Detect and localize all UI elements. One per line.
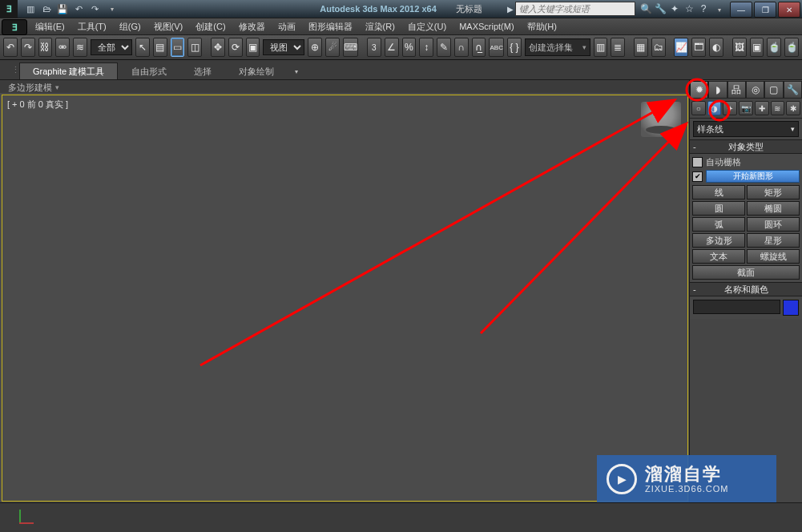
manipulate-button[interactable]: ☄ [325, 38, 340, 57]
viewport[interactable]: [ + 0 前 0 真实 ] [2, 95, 688, 502]
schematic-view-button[interactable]: 🗔 [691, 38, 706, 57]
edit-named-sel-button[interactable]: ✎ [437, 38, 451, 57]
mirror-button[interactable]: ▥ [594, 38, 608, 57]
start-new-shape-button[interactable]: 开始新图形 [706, 170, 800, 183]
named-sel-create-button[interactable]: { } [507, 38, 522, 57]
spinner-snap-button[interactable]: ↕ [419, 38, 433, 57]
modify-panel-tab[interactable]: ◗ [708, 81, 727, 98]
search-play-icon[interactable]: ▶ [507, 5, 514, 14]
ribbon-tab-selection[interactable]: 选择 [180, 62, 225, 79]
create-panel-tab[interactable]: ✹ [690, 81, 708, 98]
layers-button[interactable]: ▦ [634, 38, 648, 57]
qat-undo-icon[interactable]: ↶ [72, 2, 85, 15]
menu-animation[interactable]: 动画 [272, 18, 302, 34]
favorite-icon[interactable]: ☆ [683, 3, 695, 14]
help-icon[interactable]: ? [698, 3, 709, 14]
undo-button[interactable]: ↶ [3, 38, 18, 57]
qat-redo-icon[interactable]: ↷ [88, 2, 101, 15]
geometry-subtab[interactable]: ○ [691, 101, 706, 115]
object-name-input[interactable] [693, 300, 780, 314]
obj-star[interactable]: 星形 [747, 233, 800, 248]
obj-helix[interactable]: 螺旋线 [747, 249, 800, 264]
cameras-subtab[interactable]: 📷 [739, 101, 753, 115]
menu-modifiers[interactable]: 修改器 [232, 18, 272, 34]
use-pivot-center-button[interactable]: ⊕ [308, 38, 322, 57]
viewcube[interactable] [641, 102, 681, 137]
hierarchy-panel-tab[interactable]: 品 [727, 81, 746, 98]
application-menu-button[interactable]: Ǝ [2, 19, 27, 35]
search-input[interactable] [515, 2, 635, 16]
obj-ellipse[interactable]: 椭圆 [747, 201, 800, 216]
select-by-name-button[interactable]: ▤ [153, 38, 167, 57]
minimize-button[interactable]: — [730, 2, 752, 18]
qat-save-icon[interactable]: 💾 [56, 2, 69, 15]
menu-customize[interactable]: 自定义(U) [401, 18, 453, 34]
obj-line[interactable]: 线 [692, 185, 745, 200]
window-crossing-button[interactable]: ◫ [187, 38, 202, 57]
snap-toggle-button[interactable]: 3 [367, 38, 381, 57]
magnet-snap-button[interactable]: ∩ [454, 38, 469, 57]
render-iterative-button[interactable]: 🍵 [784, 38, 799, 57]
shapes-category-dropdown[interactable]: 样条线▾ [693, 121, 799, 137]
ref-coord-system-dropdown[interactable]: 视图 [263, 39, 304, 55]
layer-manager-button[interactable]: 🗂 [651, 38, 666, 57]
systems-subtab[interactable]: ✱ [786, 101, 800, 115]
helpers-subtab[interactable]: ✚ [755, 101, 769, 115]
bind-space-warp-button[interactable]: ≋ [73, 38, 87, 57]
qat-more-icon[interactable] [104, 2, 117, 15]
obj-section[interactable]: 截面 [692, 265, 800, 280]
scale-button[interactable]: ▣ [246, 38, 260, 57]
select-region-rect-button[interactable]: ▭ [171, 38, 185, 57]
ribbon-overflow-icon[interactable] [288, 62, 302, 79]
key-icon[interactable]: 🔧 [655, 3, 666, 14]
selection-filter-dropdown[interactable]: 全部 [91, 39, 132, 55]
obj-donut[interactable]: 圆环 [747, 217, 800, 232]
angle-snap-button[interactable]: ∠ [385, 38, 399, 57]
material-editor-button[interactable]: ◐ [709, 38, 723, 57]
binoculars-icon[interactable]: 🔍 [640, 3, 651, 14]
autogrid-checkbox[interactable] [692, 157, 703, 167]
align-button[interactable]: ≣ [611, 38, 625, 57]
menu-group[interactable]: 组(G) [113, 18, 147, 34]
abc-button[interactable]: ABC [489, 38, 503, 57]
spacewarps-subtab[interactable]: ≋ [771, 101, 785, 115]
render-production-button[interactable]: 🍵 [767, 38, 781, 57]
qat-open-icon[interactable]: 🗁 [40, 2, 53, 15]
menu-edit[interactable]: 编辑(E) [29, 18, 71, 34]
motion-panel-tab[interactable]: ◎ [746, 81, 764, 98]
menu-help[interactable]: 帮助(H) [521, 18, 563, 34]
redo-button[interactable]: ↷ [21, 38, 35, 57]
object-color-swatch[interactable] [783, 300, 799, 316]
display-panel-tab[interactable]: ▢ [764, 81, 783, 98]
shapes-subtab[interactable]: ◑ [707, 101, 722, 115]
app-icon[interactable]: Ǝ [0, 0, 18, 18]
ribbon-panel-label[interactable]: 多边形建模 [8, 82, 52, 94]
utilities-panel-tab[interactable]: 🔧 [784, 81, 802, 98]
obj-arc[interactable]: 弧 [692, 217, 745, 232]
move-button[interactable]: ✥ [211, 38, 225, 57]
help-dropdown-icon[interactable] [712, 3, 723, 14]
ribbon-tab-object-paint[interactable]: 对象绘制 [225, 62, 288, 79]
menu-maxscript[interactable]: MAXScript(M) [453, 18, 520, 34]
curve-editor-button[interactable]: 📈 [674, 38, 688, 57]
menu-graph-editors[interactable]: 图形编辑器 [302, 18, 359, 34]
menu-tools[interactable]: 工具(T) [71, 18, 113, 34]
close-button[interactable]: ✕ [778, 2, 800, 18]
named-selection-set-dropdown[interactable]: 创建选择集▾ [525, 38, 590, 56]
menu-rendering[interactable]: 渲染(R) [359, 18, 401, 34]
ribbon-tab-graphite[interactable]: Graphite 建模工具 [19, 62, 118, 79]
menu-views[interactable]: 视图(V) [147, 18, 190, 34]
magnet-snap-button-2[interactable]: ∩̲ [472, 38, 486, 57]
viewport-label[interactable]: [ + 0 前 0 真实 ] [7, 99, 68, 111]
obj-ngon[interactable]: 多边形 [692, 233, 745, 248]
start-new-shape-checkbox[interactable]: ✔ [692, 171, 703, 182]
keyboard-shortcut-toggle[interactable]: ⌨ [343, 38, 358, 57]
link-button[interactable]: ⛓ [38, 38, 53, 57]
render-setup-button[interactable]: 🖼 [732, 38, 747, 57]
maximize-button[interactable]: ❐ [754, 2, 776, 18]
obj-rectangle[interactable]: 矩形 [747, 185, 800, 200]
ribbon-tab-freeform[interactable]: 自由形式 [118, 62, 180, 79]
ribbon-handle-icon[interactable]: ⋮ [11, 60, 19, 79]
menu-create[interactable]: 创建(C) [189, 18, 232, 34]
rollout-name-color-header[interactable]: - 名称和颜色 [690, 282, 802, 296]
